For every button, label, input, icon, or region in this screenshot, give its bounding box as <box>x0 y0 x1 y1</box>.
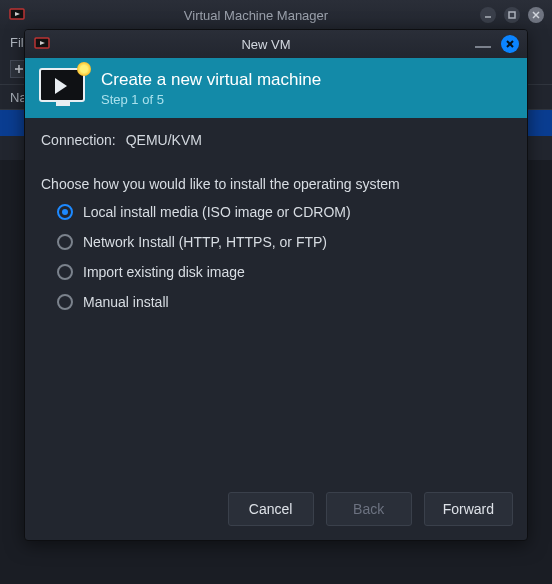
dialog-title: New VM <box>57 37 475 52</box>
dialog-close-button[interactable] <box>501 35 519 53</box>
app-icon <box>8 6 26 24</box>
forward-button[interactable]: Forward <box>424 492 513 526</box>
maximize-button[interactable] <box>504 7 520 23</box>
radio-option-manual-install[interactable]: Manual install <box>57 294 511 310</box>
main-window-title: Virtual Machine Manager <box>32 8 480 23</box>
radio-option-network-install[interactable]: Network Install (HTTP, HTTPS, or FTP) <box>57 234 511 250</box>
install-method-prompt: Choose how you would like to install the… <box>41 176 511 192</box>
svg-rect-3 <box>509 12 515 18</box>
install-method-radiogroup: Local install media (ISO image or CDROM)… <box>41 204 511 310</box>
dialog-footer: Cancel Back Forward <box>25 482 527 540</box>
banner-title: Create a new virtual machine <box>101 70 321 90</box>
new-vm-dialog: New VM Create a new virtual machine Step… <box>24 29 528 541</box>
dialog-minimize-button[interactable] <box>475 46 491 48</box>
new-star-icon <box>77 62 91 76</box>
back-button[interactable]: Back <box>326 492 412 526</box>
connection-value: QEMU/KVM <box>126 132 202 148</box>
dialog-content: Connection: QEMU/KVM Choose how you woul… <box>25 118 527 482</box>
connection-label: Connection: <box>41 132 116 148</box>
cancel-button[interactable]: Cancel <box>228 492 314 526</box>
radio-label: Manual install <box>83 294 169 310</box>
main-window-controls <box>480 7 552 23</box>
radio-label: Network Install (HTTP, HTTPS, or FTP) <box>83 234 327 250</box>
radio-label: Import existing disk image <box>83 264 245 280</box>
radio-option-local-media[interactable]: Local install media (ISO image or CDROM) <box>57 204 511 220</box>
radio-icon <box>57 294 73 310</box>
main-titlebar: Virtual Machine Manager <box>0 0 552 30</box>
menu-file[interactable]: Fil <box>10 35 24 50</box>
radio-icon <box>57 234 73 250</box>
connection-row: Connection: QEMU/KVM <box>41 132 511 148</box>
radio-label: Local install media (ISO image or CDROM) <box>83 204 351 220</box>
radio-icon <box>57 264 73 280</box>
step-indicator: Step 1 of 5 <box>101 92 321 107</box>
close-button[interactable] <box>528 7 544 23</box>
dialog-app-icon <box>33 35 51 53</box>
vm-monitor-icon <box>39 68 87 108</box>
dialog-titlebar: New VM <box>25 30 527 58</box>
wizard-banner: Create a new virtual machine Step 1 of 5 <box>25 58 527 118</box>
minimize-button[interactable] <box>480 7 496 23</box>
radio-icon <box>57 204 73 220</box>
radio-option-import-disk[interactable]: Import existing disk image <box>57 264 511 280</box>
